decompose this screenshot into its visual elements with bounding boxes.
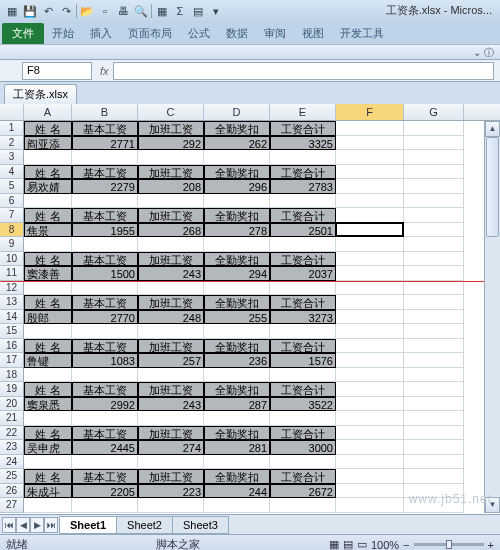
cell[interactable] (204, 324, 270, 339)
cell[interactable]: 223 (138, 484, 204, 499)
tab-data[interactable]: 数据 (218, 23, 256, 44)
sheet-tab-3[interactable]: Sheet3 (172, 516, 229, 534)
cell[interactable]: 姓 名 (24, 382, 72, 397)
cell[interactable]: 全勤奖扣 (204, 426, 270, 441)
cell[interactable] (404, 194, 464, 209)
row-header[interactable]: 16 (0, 339, 24, 354)
cell[interactable] (72, 368, 138, 383)
cell[interactable]: 基本工资 (72, 121, 138, 136)
cell[interactable] (336, 368, 404, 383)
cell[interactable] (270, 411, 336, 426)
col-header-C[interactable]: C (138, 104, 204, 120)
cell[interactable]: 2279 (72, 179, 138, 194)
cell[interactable] (204, 368, 270, 383)
cell[interactable] (72, 455, 138, 470)
cell[interactable]: 2501 (270, 223, 336, 238)
cell[interactable] (24, 498, 72, 513)
cell[interactable]: 243 (138, 397, 204, 412)
sheet-tab-2[interactable]: Sheet2 (116, 516, 173, 534)
cell[interactable]: 全勤奖扣 (204, 208, 270, 223)
cell[interactable] (404, 121, 464, 136)
cell[interactable] (404, 353, 464, 368)
cell[interactable]: 加班工资 (138, 339, 204, 354)
cell[interactable]: 2037 (270, 266, 336, 281)
cell[interactable] (404, 136, 464, 151)
cell[interactable] (24, 324, 72, 339)
cell[interactable]: 工资合计 (270, 382, 336, 397)
cell[interactable]: 全勤奖扣 (204, 382, 270, 397)
select-all-corner[interactable] (0, 104, 24, 120)
col-header-F[interactable]: F (336, 104, 404, 120)
sheet-tab-1[interactable]: Sheet1 (59, 516, 117, 534)
scroll-thumb[interactable] (486, 137, 499, 237)
cell[interactable] (204, 498, 270, 513)
new-icon[interactable]: ▫ (97, 3, 113, 19)
undo-icon[interactable]: ↶ (40, 3, 56, 19)
cell[interactable] (138, 150, 204, 165)
row-header[interactable]: 5 (0, 179, 24, 194)
cell[interactable]: 296 (204, 179, 270, 194)
cell[interactable] (72, 237, 138, 252)
cell[interactable]: 加班工资 (138, 165, 204, 180)
row-header[interactable]: 24 (0, 455, 24, 470)
cell[interactable] (404, 411, 464, 426)
cell[interactable] (270, 368, 336, 383)
sheet-nav-prev-icon[interactable]: ◀ (16, 517, 30, 533)
cell[interactable] (404, 310, 464, 325)
cell[interactable] (336, 194, 404, 209)
cell[interactable]: 姓 名 (24, 252, 72, 267)
cell[interactable]: 鲁键 (24, 353, 72, 368)
tab-insert[interactable]: 插入 (82, 23, 120, 44)
cell[interactable] (404, 252, 464, 267)
cell[interactable]: 3522 (270, 397, 336, 412)
row-header[interactable]: 20 (0, 397, 24, 412)
cell[interactable] (336, 411, 404, 426)
row-header[interactable]: 22 (0, 426, 24, 441)
cell[interactable]: 加班工资 (138, 121, 204, 136)
cell[interactable] (404, 339, 464, 354)
fx-icon[interactable]: fx (100, 65, 109, 77)
cell[interactable] (270, 281, 336, 296)
row-header[interactable]: 21 (0, 411, 24, 426)
cell[interactable] (336, 252, 404, 267)
col-header-G[interactable]: G (404, 104, 464, 120)
cell[interactable] (204, 194, 270, 209)
cell[interactable] (336, 310, 404, 325)
col-header-B[interactable]: B (72, 104, 138, 120)
row-header[interactable]: 6 (0, 194, 24, 209)
cell[interactable] (138, 281, 204, 296)
row-header[interactable]: 13 (0, 295, 24, 310)
col-header-A[interactable]: A (24, 104, 72, 120)
cell[interactable] (270, 455, 336, 470)
cell[interactable]: 全勤奖扣 (204, 252, 270, 267)
row-header[interactable]: 25 (0, 469, 24, 484)
table-icon[interactable]: ▦ (154, 3, 170, 19)
sum-icon[interactable]: Σ (172, 3, 188, 19)
cell[interactable] (204, 237, 270, 252)
chart-icon[interactable]: ▤ (190, 3, 206, 19)
cell[interactable]: 2770 (72, 310, 138, 325)
row-header[interactable]: 2 (0, 136, 24, 151)
cell[interactable] (24, 194, 72, 209)
cell[interactable]: 基本工资 (72, 426, 138, 441)
cell[interactable]: 全勤奖扣 (204, 121, 270, 136)
cell[interactable] (336, 353, 404, 368)
cell[interactable]: 255 (204, 310, 270, 325)
row-header[interactable]: 15 (0, 324, 24, 339)
cell[interactable] (336, 223, 404, 238)
redo-icon[interactable]: ↷ (58, 3, 74, 19)
cell[interactable] (270, 324, 336, 339)
scroll-up-icon[interactable]: ▲ (485, 121, 500, 137)
cell[interactable]: 加班工资 (138, 382, 204, 397)
more-icon[interactable]: ▾ (208, 3, 224, 19)
cell[interactable]: 2783 (270, 179, 336, 194)
cell[interactable]: 262 (204, 136, 270, 151)
cell[interactable]: 工资合计 (270, 252, 336, 267)
cell[interactable]: 全勤奖扣 (204, 469, 270, 484)
cell[interactable]: 236 (204, 353, 270, 368)
cell[interactable] (336, 440, 404, 455)
cell[interactable]: 姓 名 (24, 121, 72, 136)
cell[interactable]: 姓 名 (24, 208, 72, 223)
cell[interactable] (204, 455, 270, 470)
cell[interactable]: 基本工资 (72, 295, 138, 310)
